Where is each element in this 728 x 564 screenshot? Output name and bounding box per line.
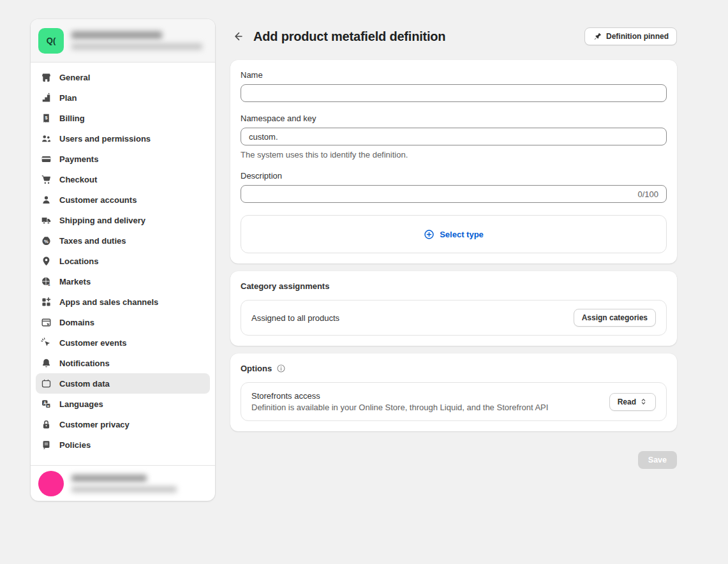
back-button[interactable] [230,28,247,45]
person-icon [41,195,52,205]
back-arrow-icon [233,31,244,42]
plan-icon [41,93,52,103]
pushpin-icon [593,32,602,41]
store-avatar: Q( [38,28,64,54]
sidebar-item-general[interactable]: General [36,67,210,87]
select-type-button[interactable]: Select type [424,229,484,240]
category-assignments-card: Category assignments Assigned to all pro… [230,271,677,346]
sidebar-item-label: Customer accounts [59,195,137,205]
sidebar-item-customer-events[interactable]: Customer events [36,332,210,353]
description-char-counter: 0/100 [637,189,658,199]
sidebar-item-languages[interactable]: AaLanguages [36,394,210,414]
info-icon [276,364,286,373]
sidebar-item-billing[interactable]: $Billing [36,108,210,128]
namespace-help-text: The system uses this to identify the def… [241,150,667,160]
save-button[interactable]: Save [638,451,677,469]
sidebar-item-label: Billing [59,114,85,123]
store-header: Q( [31,19,215,63]
sidebar-item-label: Customer events [59,338,126,348]
settings-nav: GeneralPlan$BillingUsers and permissions… [31,63,215,465]
lock-icon [41,419,52,430]
name-label: Name [241,70,667,80]
sidebar-item-checkout[interactable]: Checkout [36,169,210,189]
truck-icon [41,215,52,226]
namespace-label: Namespace and key [241,114,667,123]
namespace-input[interactable] [241,128,667,145]
name-field: Name [241,70,667,102]
options-card: Options Storefronts access Definition is… [230,353,677,431]
sidebar-item-label: Markets [59,277,91,286]
definition-pinned-button[interactable]: Definition pinned [584,27,677,45]
storefronts-access-text: Storefronts access Definition is availab… [251,391,548,412]
sidebar-item-notifications[interactable]: Notifications [36,353,210,373]
sidebar-item-plan[interactable]: Plan [36,87,210,108]
svg-text:$: $ [48,282,50,286]
description-input[interactable] [249,189,632,199]
select-type-area: Select type [241,215,667,253]
page-header: Add product metafield definition Definit… [230,27,677,45]
assign-categories-button[interactable]: Assign categories [574,309,656,327]
sidebar-item-label: Notifications [59,359,110,368]
sidebar-item-markets[interactable]: $Markets [36,271,210,292]
sidebar-item-customer-privacy[interactable]: Customer privacy [36,414,210,434]
updown-chevron-icon [639,397,648,406]
description-label: Description [241,171,667,181]
sidebar-item-locations[interactable]: Locations [36,251,210,271]
policies-icon [41,440,52,450]
apps-icon [41,297,52,308]
storefront-access-select[interactable]: Read [609,393,656,411]
sidebar-item-shipping-and-delivery[interactable]: Shipping and delivery [36,210,210,230]
sidebar-item-label: Shipping and delivery [59,216,145,225]
payments-icon [41,154,52,165]
sidebar-item-label: Payments [59,154,98,164]
category-assignments-title: Category assignments [241,281,329,291]
svg-text:%: % [44,238,48,244]
save-row: Save [230,451,677,469]
description-field: Description 0/100 [241,171,667,203]
category-status-text: Assigned to all products [251,313,339,323]
main-content: Add product metafield definition Definit… [230,27,677,469]
sidebar-item-policies[interactable]: Policies [36,434,210,455]
storefronts-access-title: Storefronts access [251,391,548,401]
sidebar-item-label: Locations [59,256,98,266]
category-heading-row: Category assignments [241,281,667,291]
options-heading-row: Options [241,364,667,373]
sidebar-item-label: Apps and sales channels [59,297,158,307]
sidebar-item-domains[interactable]: Domains [36,312,210,332]
sidebar-item-label: Policies [59,440,91,450]
sidebar-item-payments[interactable]: Payments [36,149,210,169]
storefronts-access-description: Definition is available in your Online S… [251,403,548,412]
definition-form-card: Name Namespace and key The system uses t… [230,60,677,263]
storefront-access-value: Read [618,397,636,406]
user-name-redacted [71,475,147,482]
cursor-click-icon [41,338,52,348]
select-type-label: Select type [440,230,484,239]
sidebar-item-custom-data[interactable]: Custom data [36,373,210,394]
plus-circle-icon [424,229,435,240]
billing-icon: $ [41,113,52,124]
custom-data-icon [41,378,52,389]
sidebar-item-apps-and-sales-channels[interactable]: Apps and sales channels [36,292,210,312]
definition-pinned-label: Definition pinned [606,32,669,41]
bell-icon [41,358,52,369]
store-url-redacted [71,43,202,50]
taxes-icon: % [41,235,52,246]
sidebar-item-label: Languages [59,399,103,409]
location-pin-icon [41,256,52,267]
languages-icon: Aa [41,399,52,410]
user-email-redacted [71,486,177,493]
sidebar-item-taxes-and-duties[interactable]: %Taxes and duties [36,230,210,251]
description-input-wrap: 0/100 [241,185,667,203]
sidebar-item-label: Domains [59,318,94,327]
cart-icon [41,174,52,185]
user-avatar [38,471,64,496]
category-assignment-row: Assigned to all products Assign categori… [241,300,667,336]
sidebar-item-label: Customer privacy [59,420,130,429]
user-footer [31,465,215,501]
sidebar-item-users-and-permissions[interactable]: Users and permissions [36,128,210,149]
name-input[interactable] [241,84,667,102]
storefronts-access-row: Storefronts access Definition is availab… [241,382,667,421]
domains-icon [41,317,52,328]
sidebar-item-customer-accounts[interactable]: Customer accounts [36,189,210,210]
sidebar-item-label: Checkout [59,175,97,184]
